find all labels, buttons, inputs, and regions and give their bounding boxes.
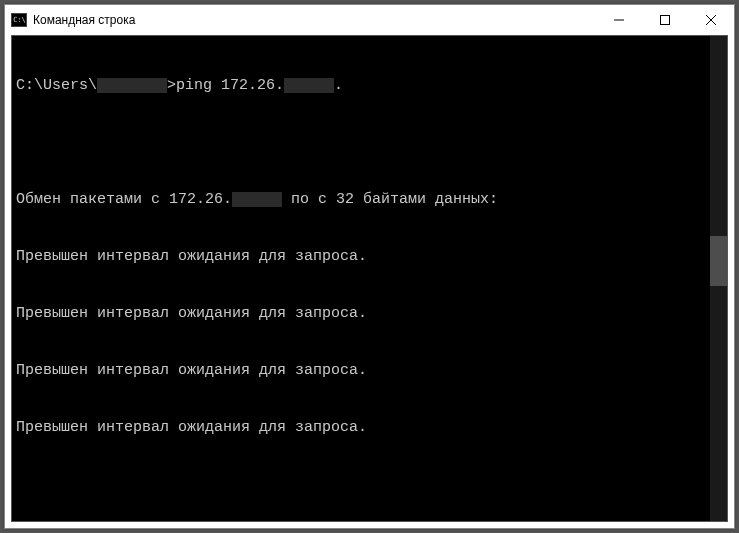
maximize-button[interactable] (642, 5, 688, 35)
scrollbar-thumb[interactable] (710, 236, 727, 286)
ping-command: >ping 172.26. (167, 77, 284, 94)
close-button[interactable] (688, 5, 734, 35)
redacted-ip-part (284, 78, 334, 93)
command-prompt-window: C:\ Командная строка C:\Users\>ping 172.… (4, 4, 735, 529)
redacted-ip-part (232, 192, 282, 207)
terminal-client-area[interactable]: C:\Users\>ping 172.26.. Обмен пакетами с… (11, 35, 728, 522)
exchange-prefix: Обмен пакетами с 172.26. (16, 191, 232, 208)
svg-rect-1 (661, 16, 670, 25)
blank-line (16, 133, 723, 152)
exchange-line: Обмен пакетами с 172.26. по с 32 байтами… (16, 190, 723, 209)
window-title: Командная строка (33, 13, 596, 27)
window-controls (596, 5, 734, 35)
prompt-path: C:\Users\ (16, 77, 97, 94)
timeout-line: Превышен интервал ожидания для запроса. (16, 361, 723, 380)
timeout-line: Превышен интервал ожидания для запроса. (16, 304, 723, 323)
timeout-line: Превышен интервал ожидания для запроса. (16, 247, 723, 266)
svg-line-3 (706, 15, 716, 25)
terminal-output: C:\Users\>ping 172.26.. Обмен пакетами с… (12, 36, 727, 522)
svg-line-2 (706, 15, 716, 25)
prompt-tail: . (334, 77, 343, 94)
minimize-button[interactable] (596, 5, 642, 35)
vertical-scrollbar[interactable] (710, 36, 727, 521)
timeout-line: Превышен интервал ожидания для запроса. (16, 418, 723, 437)
cmd-icon: C:\ (11, 13, 27, 27)
prompt-line: C:\Users\>ping 172.26.. (16, 76, 723, 95)
blank-line (16, 475, 723, 494)
exchange-suffix: по с 32 байтами данных: (282, 191, 498, 208)
redacted-user (97, 78, 167, 93)
titlebar[interactable]: C:\ Командная строка (5, 5, 734, 35)
